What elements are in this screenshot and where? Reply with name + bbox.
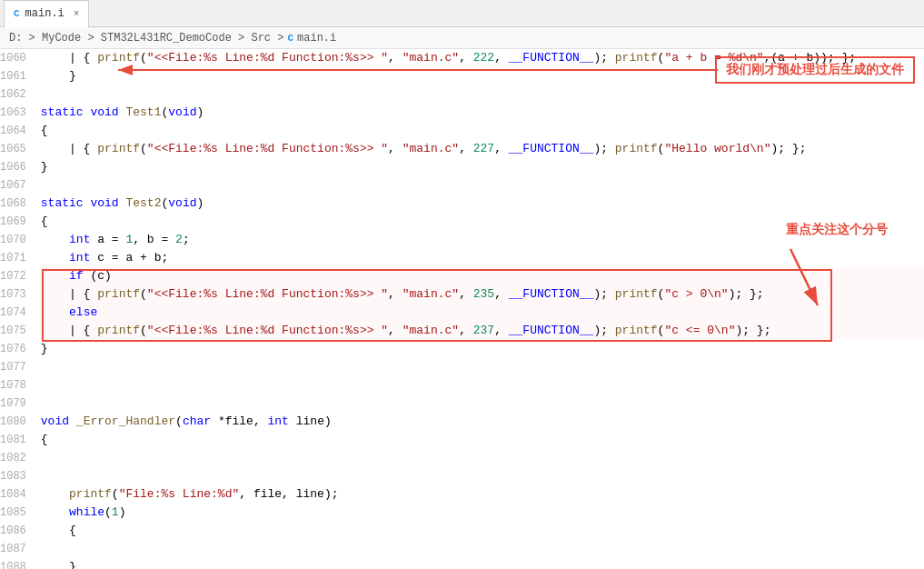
code-line[interactable] — [41, 449, 924, 467]
line-number: 1074 — [0, 304, 34, 322]
code-line[interactable]: | { printf("<<File:%s Line:%d Function:%… — [41, 285, 924, 304]
line-number: 1068 — [0, 195, 34, 213]
editor: 1060106110621063106410651066106710681069… — [0, 49, 924, 569]
code-line[interactable]: { — [41, 431, 924, 449]
code-line[interactable]: int a = 1, b = 2; — [41, 231, 924, 249]
line-number: 1082 — [0, 449, 34, 467]
code-line[interactable]: { — [41, 213, 924, 231]
code-line[interactable] — [41, 85, 924, 104]
line-number: 1081 — [0, 431, 34, 449]
line-number: 1078 — [0, 376, 34, 394]
tab-main-i[interactable]: C main.i × — [4, 0, 89, 27]
code-line[interactable]: | { printf("<<File:%s Line:%d Function:%… — [41, 322, 924, 340]
line-number: 1076 — [0, 340, 34, 358]
line-number: 1083 — [0, 467, 34, 485]
breadcrumb-path: D: > MyCode > STM32L431RC_DemoCode > Src… — [9, 32, 283, 45]
code-line[interactable] — [41, 394, 924, 413]
code-line[interactable] — [41, 467, 924, 485]
line-number: 1084 — [0, 485, 34, 504]
code-line[interactable]: { — [41, 522, 924, 540]
code-line[interactable]: if (c) — [41, 267, 924, 285]
code-line[interactable]: } — [41, 340, 924, 358]
code-line[interactable] — [41, 176, 924, 195]
line-number: 1070 — [0, 231, 34, 249]
line-number: 1067 — [0, 176, 34, 195]
tab-label: main.i — [25, 7, 65, 20]
line-number: 1060 — [0, 49, 34, 67]
line-number: 1061 — [0, 67, 34, 85]
line-number: 1088 — [0, 558, 34, 569]
line-number: 1079 — [0, 394, 34, 413]
line-number: 1073 — [0, 285, 34, 304]
line-number: 1072 — [0, 267, 34, 285]
line-number: 1066 — [0, 158, 34, 176]
code-line[interactable]: static void Test2(void) — [41, 195, 924, 213]
code-line[interactable]: } — [41, 158, 924, 176]
code-line[interactable]: } — [41, 558, 924, 569]
code-line[interactable]: printf("File:%s Line:%d", file, line); — [41, 485, 924, 504]
code-line[interactable]: void _Error_Handler(char *file, int line… — [41, 413, 924, 431]
code-line[interactable]: int c = a + b; — [41, 249, 924, 267]
breadcrumb: D: > MyCode > STM32L431RC_DemoCode > Src… — [0, 27, 924, 49]
line-numbers: 1060106110621063106410651066106710681069… — [0, 49, 34, 569]
code-line[interactable] — [41, 358, 924, 376]
line-number: 1085 — [0, 504, 34, 522]
code-line[interactable] — [41, 540, 924, 558]
line-number: 1087 — [0, 540, 34, 558]
code-line[interactable]: static void Test1(void) — [41, 104, 924, 122]
code-line[interactable]: | { printf("<<File:%s Line:%d Function:%… — [41, 49, 924, 67]
code-line[interactable]: { — [41, 122, 924, 140]
line-number: 1062 — [0, 85, 34, 104]
line-number: 1063 — [0, 104, 34, 122]
close-icon[interactable]: × — [74, 8, 80, 19]
line-number: 1077 — [0, 358, 34, 376]
tab-bar: C main.i × — [0, 0, 924, 27]
line-number: 1080 — [0, 413, 34, 431]
code-line[interactable] — [41, 376, 924, 394]
breadcrumb-file: main.i — [297, 32, 336, 45]
tab-icon: C — [14, 8, 20, 19]
line-number: 1086 — [0, 522, 34, 540]
line-number: 1064 — [0, 122, 34, 140]
line-number: 1069 — [0, 213, 34, 231]
line-number: 1065 — [0, 140, 34, 158]
code-area[interactable]: | { printf("<<File:%s Line:%d Function:%… — [34, 49, 924, 569]
code-line[interactable]: | { printf("<<File:%s Line:%d Function:%… — [41, 140, 924, 158]
code-line[interactable]: while(1) — [41, 504, 924, 522]
code-line[interactable]: else — [41, 304, 924, 322]
breadcrumb-file-icon: C — [287, 33, 293, 44]
code-line[interactable]: } — [41, 67, 924, 85]
line-number: 1071 — [0, 249, 34, 267]
line-number: 1075 — [0, 322, 34, 340]
